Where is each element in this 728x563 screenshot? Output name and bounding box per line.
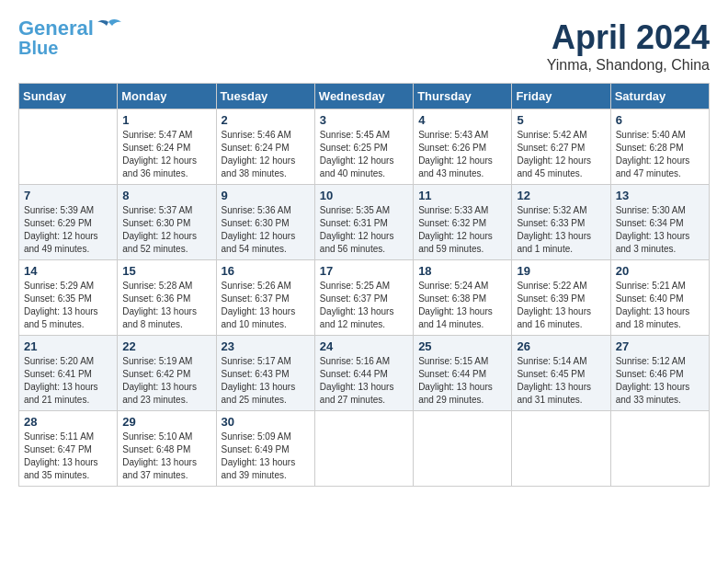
day-info: Sunrise: 5:22 AM Sunset: 6:39 PM Dayligh… [517,280,605,331]
day-info: Sunrise: 5:21 AM Sunset: 6:40 PM Dayligh… [616,280,704,331]
day-header-sunday: Sunday [19,84,118,109]
day-header-friday: Friday [512,84,610,109]
day-info: Sunrise: 5:37 AM Sunset: 6:30 PM Dayligh… [122,204,210,256]
calendar-week-row: 14Sunrise: 5:29 AM Sunset: 6:35 PM Dayli… [19,260,710,336]
day-number: 6 [616,113,704,127]
day-info: Sunrise: 5:39 AM Sunset: 6:29 PM Dayligh… [24,204,112,256]
day-number: 10 [320,189,408,202]
day-info: Sunrise: 5:20 AM Sunset: 6:41 PM Dayligh… [24,355,112,407]
day-info: Sunrise: 5:24 AM Sunset: 6:38 PM Dayligh… [418,280,506,331]
calendar-day-cell: 10Sunrise: 5:35 AM Sunset: 6:31 PM Dayli… [314,185,413,260]
day-number: 17 [320,264,408,278]
day-number: 22 [122,339,210,353]
calendar-day-cell: 4Sunrise: 5:43 AM Sunset: 6:26 PM Daylig… [414,109,512,185]
day-number: 4 [418,113,506,127]
day-info: Sunrise: 5:10 AM Sunset: 6:48 PM Dayligh… [122,431,210,482]
calendar-day-cell: 17Sunrise: 5:25 AM Sunset: 6:37 PM Dayli… [314,260,413,336]
calendar-day-cell: 9Sunrise: 5:36 AM Sunset: 6:30 PM Daylig… [216,185,314,260]
logo: General Blue [18,18,121,57]
calendar-day-cell: 22Sunrise: 5:19 AM Sunset: 6:42 PM Dayli… [118,336,216,411]
day-number: 20 [616,264,704,278]
day-info: Sunrise: 5:19 AM Sunset: 6:42 PM Dayligh… [122,355,210,407]
calendar-day-cell [19,109,118,185]
calendar-day-cell: 23Sunrise: 5:17 AM Sunset: 6:43 PM Dayli… [216,336,314,411]
day-info: Sunrise: 5:26 AM Sunset: 6:37 PM Dayligh… [222,280,310,331]
day-info: Sunrise: 5:43 AM Sunset: 6:26 PM Dayligh… [418,129,506,180]
calendar-day-cell: 1Sunrise: 5:47 AM Sunset: 6:24 PM Daylig… [118,109,216,185]
day-number: 26 [517,339,605,353]
day-header-tuesday: Tuesday [216,84,314,109]
day-number: 27 [616,339,704,353]
day-number: 21 [24,339,112,353]
calendar-day-cell: 21Sunrise: 5:20 AM Sunset: 6:41 PM Dayli… [19,336,118,411]
logo-text: General [18,18,94,39]
calendar-body: 1Sunrise: 5:47 AM Sunset: 6:24 PM Daylig… [19,109,710,487]
calendar-day-cell: 13Sunrise: 5:30 AM Sunset: 6:34 PM Dayli… [610,185,709,260]
calendar-day-cell: 15Sunrise: 5:28 AM Sunset: 6:36 PM Dayli… [118,260,216,336]
calendar-day-cell: 28Sunrise: 5:11 AM Sunset: 6:47 PM Dayli… [19,411,118,487]
day-number: 11 [418,189,506,202]
day-number: 13 [616,189,704,202]
day-info: Sunrise: 5:47 AM Sunset: 6:24 PM Dayligh… [122,129,210,180]
day-number: 18 [418,264,506,278]
day-header-monday: Monday [118,84,216,109]
calendar-day-cell: 30Sunrise: 5:09 AM Sunset: 6:49 PM Dayli… [216,411,314,487]
calendar-day-cell: 18Sunrise: 5:24 AM Sunset: 6:38 PM Dayli… [414,260,512,336]
calendar-day-cell: 5Sunrise: 5:42 AM Sunset: 6:27 PM Daylig… [512,109,610,185]
day-info: Sunrise: 5:14 AM Sunset: 6:45 PM Dayligh… [517,355,605,407]
calendar-day-cell: 19Sunrise: 5:22 AM Sunset: 6:39 PM Dayli… [512,260,610,336]
day-info: Sunrise: 5:17 AM Sunset: 6:43 PM Dayligh… [222,355,310,407]
day-info: Sunrise: 5:45 AM Sunset: 6:25 PM Dayligh… [320,129,408,180]
calendar-day-cell: 7Sunrise: 5:39 AM Sunset: 6:29 PM Daylig… [19,185,118,260]
calendar-day-cell: 20Sunrise: 5:21 AM Sunset: 6:40 PM Dayli… [610,260,709,336]
day-number: 3 [320,113,408,127]
calendar-day-cell: 24Sunrise: 5:16 AM Sunset: 6:44 PM Dayli… [314,336,413,411]
day-info: Sunrise: 5:28 AM Sunset: 6:36 PM Dayligh… [122,280,210,331]
day-info: Sunrise: 5:15 AM Sunset: 6:44 PM Dayligh… [418,355,506,407]
day-info: Sunrise: 5:30 AM Sunset: 6:34 PM Dayligh… [616,204,704,256]
calendar-week-row: 1Sunrise: 5:47 AM Sunset: 6:24 PM Daylig… [19,109,710,185]
day-number: 28 [24,415,112,429]
calendar-day-cell: 29Sunrise: 5:10 AM Sunset: 6:48 PM Dayli… [118,411,216,487]
calendar-day-cell: 27Sunrise: 5:12 AM Sunset: 6:46 PM Dayli… [610,336,709,411]
calendar-week-row: 21Sunrise: 5:20 AM Sunset: 6:41 PM Dayli… [19,336,710,411]
day-info: Sunrise: 5:29 AM Sunset: 6:35 PM Dayligh… [24,280,112,331]
day-header-wednesday: Wednesday [314,84,413,109]
day-number: 29 [122,415,210,429]
calendar-day-cell: 25Sunrise: 5:15 AM Sunset: 6:44 PM Dayli… [414,336,512,411]
calendar-week-row: 7Sunrise: 5:39 AM Sunset: 6:29 PM Daylig… [19,185,710,260]
day-number: 7 [24,189,112,202]
calendar-day-cell: 8Sunrise: 5:37 AM Sunset: 6:30 PM Daylig… [118,185,216,260]
day-info: Sunrise: 5:09 AM Sunset: 6:49 PM Dayligh… [222,431,310,482]
day-number: 14 [24,264,112,278]
calendar-day-cell: 2Sunrise: 5:46 AM Sunset: 6:24 PM Daylig… [216,109,314,185]
day-info: Sunrise: 5:32 AM Sunset: 6:33 PM Dayligh… [517,204,605,256]
calendar-day-cell: 16Sunrise: 5:26 AM Sunset: 6:37 PM Dayli… [216,260,314,336]
title-block: April 2024 Yinma, Shandong, China [547,18,710,74]
day-number: 1 [122,113,210,127]
calendar-day-cell: 12Sunrise: 5:32 AM Sunset: 6:33 PM Dayli… [512,185,610,260]
day-info: Sunrise: 5:16 AM Sunset: 6:44 PM Dayligh… [320,355,408,407]
calendar-header: SundayMondayTuesdayWednesdayThursdayFrid… [19,84,710,109]
day-number: 30 [222,415,310,429]
day-header-saturday: Saturday [610,84,709,109]
day-info: Sunrise: 5:36 AM Sunset: 6:30 PM Dayligh… [222,204,310,256]
day-number: 24 [320,339,408,353]
calendar-day-cell [512,411,610,487]
calendar-day-cell [314,411,413,487]
day-number: 25 [418,339,506,353]
day-info: Sunrise: 5:33 AM Sunset: 6:32 PM Dayligh… [418,204,506,256]
day-number: 2 [222,113,310,127]
subtitle: Yinma, Shandong, China [547,57,710,74]
calendar-day-cell: 26Sunrise: 5:14 AM Sunset: 6:45 PM Dayli… [512,336,610,411]
day-number: 15 [122,264,210,278]
day-number: 9 [222,189,310,202]
calendar-day-cell [610,411,709,487]
day-number: 23 [222,339,310,353]
day-number: 12 [517,189,605,202]
calendar-day-cell: 3Sunrise: 5:45 AM Sunset: 6:25 PM Daylig… [314,109,413,185]
logo-blue-text: Blue [18,39,58,57]
day-info: Sunrise: 5:40 AM Sunset: 6:28 PM Dayligh… [616,129,704,180]
calendar-day-cell: 11Sunrise: 5:33 AM Sunset: 6:32 PM Dayli… [414,185,512,260]
page-header: General Blue April 2024 Yinma, Shandong,… [18,18,710,74]
